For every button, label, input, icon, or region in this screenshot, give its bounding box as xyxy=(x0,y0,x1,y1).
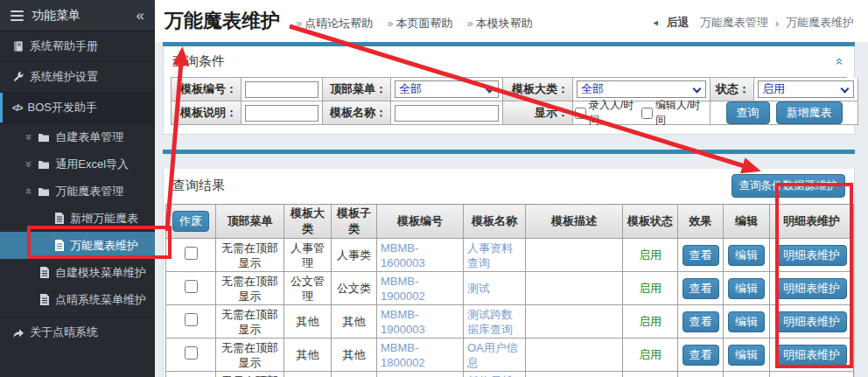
collapse-panel-icon[interactable]: « xyxy=(832,58,847,65)
col-status: 模板状态 xyxy=(623,205,678,239)
category-label: 模板大类： xyxy=(503,78,573,101)
template-code-link[interactable]: MBMB-1600002 xyxy=(377,372,464,377)
book-icon xyxy=(12,40,24,52)
cell-desc xyxy=(526,339,623,372)
cell-category: 其他 xyxy=(284,305,332,339)
view-button[interactable]: 查看 xyxy=(682,245,719,266)
sidebar-group-custom-forms[interactable]: » 自建表单管理 xyxy=(0,123,155,150)
document-icon xyxy=(54,240,65,251)
detail-table-button[interactable]: 明细表维护 xyxy=(776,278,847,299)
results-panel-topbar xyxy=(163,150,855,154)
sidebar-item-label: 万能魔表管理 xyxy=(55,184,123,199)
sidebar-item-add-magic-table[interactable]: 新增万能魔表 xyxy=(0,205,155,232)
table-row: 无需在顶部显示 人事管理 人事类 MBMB-1600003 人事资料查询 启用 … xyxy=(166,239,854,272)
sidebar-item-about-system[interactable]: 关于点晴系统 xyxy=(0,317,155,347)
wrench-icon xyxy=(12,71,24,83)
sidebar-item-help-manual[interactable]: 系统帮助手册 xyxy=(0,31,155,62)
cell-desc xyxy=(526,239,623,272)
edit-person-checkbox[interactable] xyxy=(641,108,653,119)
cell-desc xyxy=(526,305,623,339)
col-detail: 明细表维护 xyxy=(770,205,854,239)
sidebar-item-bos-dev[interactable]: </> BOS开发助手 xyxy=(0,93,155,123)
sidebar-group-magic-table[interactable]: « 万能魔表管理 xyxy=(0,178,155,205)
top-menu-label: 顶部菜单： xyxy=(323,78,391,101)
link-page-help[interactable]: »本页面帮助 xyxy=(387,16,452,31)
sidebar-title: 功能菜单 xyxy=(32,8,80,24)
cell-desc xyxy=(526,272,623,305)
chevron-down-icon: » xyxy=(23,161,36,167)
cell-category: 人事管理 xyxy=(284,239,332,272)
query-panel: 查询条件 « 模板编号： 顶部菜单： 全部 模板大类： 全部 状态： 启用 模板… xyxy=(163,46,855,135)
row-checkbox[interactable] xyxy=(185,346,198,360)
row-checkbox[interactable] xyxy=(185,280,198,293)
category-select[interactable]: 全部 xyxy=(577,80,706,98)
cell-top-menu: 无需在顶部显示 xyxy=(216,372,284,377)
breadcrumb-separator: › xyxy=(775,17,779,30)
sidebar-item-maintenance-settings[interactable]: 系统维护设置 xyxy=(0,62,155,93)
folder-icon xyxy=(38,159,50,170)
detail-table-button[interactable]: 明细表维护 xyxy=(776,311,847,332)
search-button[interactable]: 查询 xyxy=(726,101,770,124)
template-code-link[interactable]: MBMB-1600003 xyxy=(377,239,464,272)
table-row: 无需在顶部显示 其他 其他 MBMB-1600002 低值易耗品采购 启用 查看… xyxy=(166,372,854,377)
cell-subcategory: 公文类 xyxy=(332,272,377,305)
datasource-maintain-button[interactable]: 查询条件数据源维护 xyxy=(732,174,846,198)
void-button[interactable]: 作废 xyxy=(172,211,209,232)
template-code-link[interactable]: MBMB-1900003 xyxy=(377,305,464,339)
template-no-input[interactable] xyxy=(245,81,318,98)
sidebar: 功能菜单 « 系统帮助手册 系统维护设置 </> BOS开发助手 » 自建表单管… xyxy=(0,0,155,377)
link-forum-help[interactable]: »点晴论坛帮助 xyxy=(296,16,373,31)
display-label: 显示： xyxy=(503,101,573,125)
template-name-link[interactable]: 测试 xyxy=(464,272,526,305)
status-select[interactable]: 启用 xyxy=(758,80,854,98)
edit-person-label: 编辑人/时间 xyxy=(655,98,706,128)
detail-table-button[interactable]: 明细表维护 xyxy=(776,245,847,266)
template-name-link[interactable]: 人事资料查询 xyxy=(464,239,526,272)
template-no-label: 模板编号： xyxy=(172,78,242,101)
view-button[interactable]: 查看 xyxy=(682,345,719,366)
row-checkbox[interactable] xyxy=(185,247,198,260)
query-panel-title: 查询条件 xyxy=(172,53,225,70)
template-name-link[interactable]: 低值易耗品采购 xyxy=(464,372,526,377)
template-name-input[interactable] xyxy=(395,105,499,122)
add-magic-table-button[interactable]: 新增魔表 xyxy=(776,101,843,124)
edit-button[interactable]: 编辑 xyxy=(728,245,765,266)
sidebar-collapse-icon[interactable]: « xyxy=(136,7,144,24)
link-module-help[interactable]: »本模块帮助 xyxy=(466,16,532,31)
sidebar-item-custom-module-menu[interactable]: 自建模块菜单维护 xyxy=(0,259,155,286)
table-row: 无需在顶部显示 其他 其他 MBMB-1800002 OA用户信息 启用 查看 … xyxy=(166,339,854,372)
col-subcategory: 模板子类 xyxy=(332,205,377,239)
template-code-link[interactable]: MBMB-1800002 xyxy=(377,339,464,372)
entry-person-checkbox[interactable] xyxy=(575,108,586,119)
link-arrow-icon: » xyxy=(296,17,302,30)
code-icon: </> xyxy=(12,103,22,113)
sidebar-group-excel-import[interactable]: » 通用Excel导入 xyxy=(0,150,155,178)
share-arrow-icon xyxy=(12,327,24,339)
back-button[interactable]: 后退 xyxy=(667,15,690,31)
sidebar-header[interactable]: 功能菜单 « xyxy=(0,0,155,31)
edit-button[interactable]: 编辑 xyxy=(728,311,765,332)
template-name-link[interactable]: 测试跨数据库查询 xyxy=(464,305,526,339)
folder-icon xyxy=(38,186,50,197)
cell-top-menu: 无需在顶部显示 xyxy=(216,239,284,272)
view-button[interactable]: 查看 xyxy=(682,278,719,299)
cell-top-menu: 无需在顶部显示 xyxy=(216,305,284,339)
chevron-down-icon xyxy=(841,85,850,94)
breadcrumb-parent[interactable]: 万能魔表管理 xyxy=(700,15,768,31)
view-button[interactable]: 查看 xyxy=(682,311,719,332)
top-menu-select[interactable]: 全部 xyxy=(395,80,499,98)
cell-category: 其他 xyxy=(284,339,332,372)
template-desc-input[interactable] xyxy=(245,105,318,122)
sidebar-item-system-menu-maintain[interactable]: 点晴系统菜单维护 xyxy=(0,286,155,313)
detail-table-button[interactable]: 明细表维护 xyxy=(776,345,847,366)
row-checkbox[interactable] xyxy=(185,313,198,326)
template-name-link[interactable]: OA用户信息 xyxy=(464,339,526,372)
col-desc: 模板描述 xyxy=(526,205,623,239)
edit-button[interactable]: 编辑 xyxy=(728,345,765,366)
sidebar-item-magic-table-maintain[interactable]: 万能魔表维护 xyxy=(0,232,155,259)
link-arrow-icon: » xyxy=(466,17,472,30)
edit-button[interactable]: 编辑 xyxy=(728,278,765,299)
document-icon xyxy=(54,213,65,224)
template-code-link[interactable]: MBMB-1900002 xyxy=(377,272,464,305)
status-label: 状态： xyxy=(710,78,754,101)
